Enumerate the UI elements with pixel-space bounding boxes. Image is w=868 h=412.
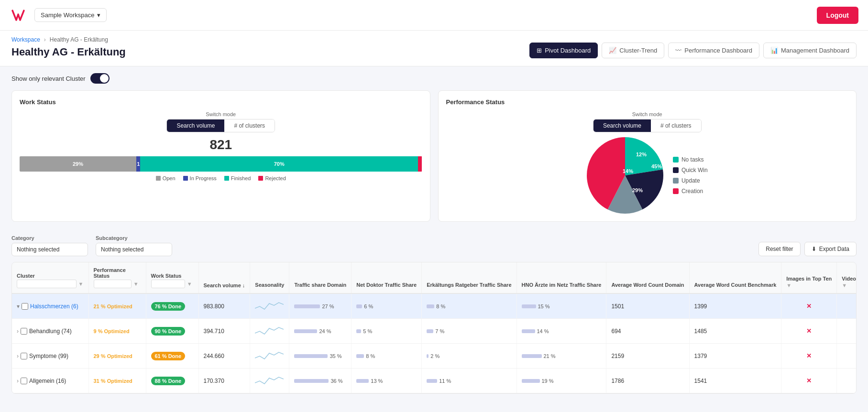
legend-rejected: Rejected	[258, 175, 286, 181]
legend-finished: Finished	[224, 175, 251, 181]
export-label: Export Data	[819, 246, 849, 252]
th-seasonality: Seasonality	[250, 262, 289, 293]
cell-videos-top: ✕	[837, 344, 857, 369]
images-filter-icon[interactable]: ▼	[786, 282, 791, 288]
download-icon: ⬇	[812, 246, 816, 252]
header: Sample Workspace ▾ Logout	[0, 0, 868, 31]
th-avg-word-bench: Average Word Count Benchmark	[689, 262, 781, 293]
cell-perf-status: 29 % Optimized	[88, 344, 146, 369]
table-row: › Allgemein (16) 31 % Optimized 88 % Don…	[12, 369, 857, 393]
work-switch-mode-label: Switch mode	[206, 111, 236, 117]
expand-button[interactable]: ›	[17, 328, 19, 335]
perf-filter-input[interactable]	[94, 280, 132, 288]
cell-traffic-share: 27 %	[289, 293, 352, 319]
mini-bar-wrap: 8 %	[356, 353, 417, 359]
cell-search-vol: 170.370	[198, 369, 250, 393]
th-traffic-share: Traffic share Domain	[289, 262, 352, 293]
row-checkbox[interactable]	[21, 378, 27, 384]
cell-work-status: 88 % Done	[146, 369, 198, 393]
mini-bar	[356, 304, 362, 308]
cell-avg-word-bench: 1541	[689, 369, 781, 393]
page-header-row: Workspace › Healthy AG - Erkältung Healt…	[11, 36, 857, 58]
legend-rejected-dot	[258, 176, 263, 181]
title-area: Workspace › Healthy AG - Erkältung Healt…	[11, 36, 126, 58]
tab-management[interactable]: 📊 Management Dashboard	[763, 43, 857, 58]
tab-cluster-trend[interactable]: 📈 Cluster-Trend	[602, 43, 664, 58]
work-stacked-bar: 29% 1 70%	[20, 156, 422, 172]
cell-net-doktor: 8 %	[352, 344, 422, 369]
work-filter-icon[interactable]: ▼	[187, 281, 192, 287]
category-select[interactable]: Nothing selected	[11, 243, 88, 256]
cluster-name[interactable]: Halsschmerzen (6)	[30, 303, 78, 310]
pie-area: 45% 29% 14% 12% No tasks Quick Win	[446, 137, 849, 214]
mini-bar-val: 21 %	[544, 353, 556, 359]
mini-bar	[356, 379, 369, 383]
row-checkbox[interactable]	[22, 303, 28, 310]
cell-cluster: › Symptome (99)	[12, 344, 88, 369]
cluster-filter-icon[interactable]: ▼	[78, 281, 84, 287]
mini-bar-wrap: 15 %	[522, 304, 602, 309]
row-checkbox[interactable]	[21, 353, 27, 359]
cell-avg-word-bench: 1485	[689, 319, 781, 344]
filter-actions: Reset filter ⬇ Export Data	[758, 242, 857, 256]
perf-search-volume-btn[interactable]: Search volume	[593, 119, 651, 132]
x-icon: ✕	[806, 377, 812, 384]
work-clusters-btn[interactable]: # of clusters	[224, 119, 275, 132]
table-body: ▾ Halsschmerzen (6) 21 % Optimized 76 % …	[12, 293, 857, 393]
th-hno: HNO Ärzte im Netz Traffic Share	[516, 262, 606, 293]
tab-management-label: Management Dashboard	[781, 47, 849, 54]
th-net-doktor: Net Doktor Traffic Share	[352, 262, 422, 293]
sparkline	[255, 324, 284, 337]
logout-button[interactable]: Logout	[817, 7, 858, 24]
work-search-volume-btn[interactable]: Search volume	[167, 119, 224, 132]
mini-bar-wrap: 21 %	[522, 353, 602, 359]
perf-filter-icon[interactable]: ▼	[133, 281, 139, 287]
relevant-cluster-toggle[interactable]	[90, 73, 110, 84]
workspace-selector[interactable]: Sample Workspace ▾	[34, 8, 107, 22]
subcategory-label: Subcategory	[96, 235, 172, 241]
perf-clusters-btn[interactable]: # of clusters	[651, 119, 701, 132]
subcategory-select[interactable]: Nothing selected	[96, 243, 172, 256]
sparkline	[255, 348, 284, 362]
sort-icon[interactable]: ↓	[242, 282, 245, 288]
expand-button[interactable]: ▾	[17, 303, 20, 310]
breadcrumb-root[interactable]: Workspace	[11, 36, 40, 43]
legend-open-dot	[156, 176, 161, 181]
x-icon: ✕	[806, 327, 812, 335]
mini-bar-val: 8 %	[366, 353, 375, 359]
row-checkbox[interactable]	[21, 328, 27, 335]
pie-label-update: Update	[681, 177, 700, 184]
legend-rejected-label: Rejected	[265, 175, 286, 181]
cluster-filter-input[interactable]	[17, 280, 77, 288]
category-filter-group: Category Nothing selected	[11, 235, 88, 256]
tab-cluster-trend-label: Cluster-Trend	[619, 47, 657, 54]
reset-filter-button[interactable]: Reset filter	[758, 242, 800, 256]
work-filter-input[interactable]	[151, 280, 185, 288]
pie-legend-no-tasks: No tasks	[673, 156, 708, 163]
cell-traffic-share: 24 %	[289, 319, 352, 344]
mini-bar-val: 13 %	[371, 378, 383, 384]
videos-filter-icon[interactable]: ▼	[842, 282, 847, 288]
mini-bar-wrap: 13 %	[356, 378, 417, 384]
tab-performance[interactable]: 〰 Performance Dashboard	[668, 43, 759, 58]
x-icon: ✕	[806, 352, 812, 359]
th-erkaltungs: Erkältungs Ratgeber Traffic Share	[422, 262, 516, 293]
mini-bar-val: 27 %	[322, 304, 334, 309]
mini-bar-wrap: 35 %	[294, 353, 346, 359]
legend-finished-dot	[224, 176, 229, 181]
export-data-button[interactable]: ⬇ Export Data	[804, 242, 857, 256]
performance-status-title: Performance Status	[446, 98, 849, 106]
th-videos-top: Videos in Top Ten ▼	[837, 262, 857, 293]
expand-button[interactable]: ›	[17, 378, 19, 384]
mini-bar	[356, 329, 361, 333]
cell-avg-word-bench: 1399	[689, 293, 781, 319]
mini-bar	[427, 379, 437, 383]
th-avg-word-domain: Average Word Count Domain	[606, 262, 689, 293]
perf-switch-mode-label: Switch mode	[632, 111, 662, 117]
status-row: Work Status Switch mode Search volume # …	[11, 90, 857, 222]
expand-button[interactable]: ›	[17, 353, 19, 359]
work-status-badge: 76 % Done	[151, 302, 186, 311]
tab-pivot[interactable]: ⊞ Pivot Dashboard	[529, 43, 598, 58]
th-images-top: Images in Top Ten ▼	[781, 262, 837, 293]
row-expand: › Symptome (99)	[17, 353, 84, 359]
